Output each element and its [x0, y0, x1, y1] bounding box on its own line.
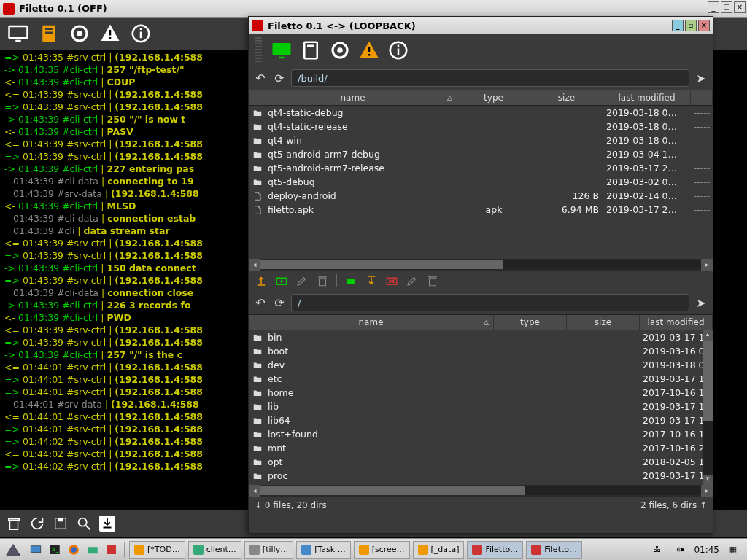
file-row[interactable]: dev2019-03-18 0	[249, 358, 713, 372]
minimize-button[interactable]: _	[672, 20, 684, 31]
task-button[interactable]: [_data]	[413, 541, 465, 559]
save-icon[interactable]	[53, 516, 69, 532]
task-button[interactable]: [Task …	[296, 541, 351, 559]
file-row[interactable]: lib2019-03-17 1	[249, 400, 713, 413]
monitor-icon[interactable]	[6, 21, 31, 46]
system-tray: 🖧 🕪 01:45 ▦	[643, 542, 747, 558]
server-icon[interactable]	[36, 21, 61, 46]
edit-icon[interactable]	[295, 274, 309, 287]
file-row[interactable]: lost+found2017-10-16 1	[249, 427, 713, 441]
file-row[interactable]: qt4-win2019-03-18 0…-----	[249, 133, 713, 147]
scroll-right-icon[interactable]: ▸	[701, 259, 713, 271]
column-extra[interactable]	[691, 90, 713, 105]
maximize-button[interactable]: ▫	[685, 20, 697, 31]
scroll-right-icon[interactable]: ▸	[701, 485, 713, 497]
drive-icon[interactable]	[344, 274, 357, 287]
local-hscrollbar[interactable]: ◂ ▸	[249, 485, 713, 497]
file-row[interactable]: qt5-android-arm7-debug2019-03-04 1…-----	[249, 147, 713, 161]
scroll-left-icon[interactable]: ◂	[249, 259, 260, 271]
desktop-close-button[interactable]: ×	[734, 1, 746, 13]
task-button[interactable]: Filetto…	[467, 541, 523, 559]
gear-icon[interactable]	[67, 21, 92, 46]
show-desktop-icon[interactable]	[28, 542, 44, 558]
file-row[interactable]: etc2019-03-17 1	[249, 372, 713, 386]
scroll-left-icon[interactable]: ◂	[249, 485, 260, 497]
file-row[interactable]: proc2019-03-17 1	[249, 469, 713, 483]
column-name[interactable]: name△	[249, 90, 457, 105]
file-row[interactable]: qt5-android-arm7-release2019-03-17 2…---…	[249, 161, 713, 175]
file-row[interactable]: opt2018-02-05 1	[249, 455, 713, 469]
file-row[interactable]: deploy-android126 B2019-02-14 0…-----	[249, 189, 713, 203]
start-button[interactable]	[3, 540, 23, 559]
search-icon[interactable]	[76, 516, 92, 532]
remote-file-list[interactable]: qt4-static-debug2019-03-18 0…-----qt4-st…	[249, 106, 713, 259]
delete2-icon[interactable]	[426, 274, 439, 287]
warning-icon[interactable]	[98, 21, 123, 46]
local-vscrollbar[interactable]: ▴▾	[703, 330, 713, 485]
clock[interactable]: 01:45	[694, 545, 719, 555]
edit2-icon[interactable]	[406, 274, 419, 287]
delete-icon[interactable]	[316, 274, 329, 287]
undo-icon[interactable]: ↶	[253, 295, 268, 310]
close-button[interactable]: ×	[698, 20, 710, 31]
task-button[interactable]: Filetto…	[526, 541, 582, 559]
file-row[interactable]: boot2019-03-16 0	[249, 344, 713, 358]
file-titlebar[interactable]: Filetto 0.1 <-> (LOOPBACK) _ ▫ ×	[249, 17, 713, 34]
file-row[interactable]: qt4-static-release2019-03-18 0…-----	[249, 120, 713, 133]
stop-icon[interactable]	[385, 274, 398, 287]
upload-icon[interactable]	[255, 274, 268, 287]
app-launcher-icon[interactable]	[104, 542, 120, 558]
gear-icon[interactable]	[328, 38, 352, 63]
column-modified[interactable]: last modified	[640, 315, 713, 330]
refresh-icon[interactable]: ⟳	[272, 295, 287, 310]
task-button[interactable]: [tilly…	[244, 541, 293, 559]
column-size[interactable]: size	[530, 90, 603, 105]
task-button[interactable]: client…	[188, 541, 241, 559]
trash-icon[interactable]	[6, 516, 22, 532]
tray-icon[interactable]: 🖧	[649, 542, 665, 558]
file-row[interactable]: lib642019-03-17 1	[249, 413, 713, 427]
local-file-list[interactable]: bin2019-03-17 1boot2019-03-16 0dev2019-0…	[249, 330, 713, 485]
reload-icon[interactable]	[29, 516, 45, 532]
download-icon[interactable]	[365, 274, 378, 287]
app-icon	[3, 3, 15, 15]
refresh-icon[interactable]: ⟳	[272, 71, 287, 85]
filemanager-icon[interactable]	[85, 542, 101, 558]
info-icon[interactable]	[386, 38, 411, 63]
tray-icon[interactable]: ▦	[725, 542, 741, 558]
column-size[interactable]: size	[567, 315, 640, 330]
log-titlebar[interactable]: Filetto 0.1 (OFF)	[0, 0, 747, 18]
info-icon[interactable]	[128, 21, 153, 46]
remote-hscrollbar[interactable]: ◂ ▸	[249, 259, 713, 271]
server-icon[interactable]	[298, 38, 323, 63]
firefox-icon[interactable]	[66, 542, 82, 558]
file-row[interactable]: qt4-static-debug2019-03-18 0…-----	[249, 106, 713, 120]
newfolder-icon[interactable]	[275, 274, 288, 287]
local-column-headers: name△ type size last modified	[249, 314, 713, 330]
file-row[interactable]: home2017-10-16 1	[249, 386, 713, 400]
download-icon[interactable]	[99, 516, 115, 532]
monitor-icon[interactable]	[269, 38, 294, 63]
send-icon[interactable]: ➤	[694, 71, 708, 85]
file-row[interactable]: qt5-debug2019-03-02 0…-----	[249, 175, 713, 189]
send-icon[interactable]: ➤	[694, 295, 708, 310]
column-type[interactable]: type	[457, 90, 530, 105]
task-button[interactable]: [scree…	[354, 541, 410, 559]
svg-rect-35	[88, 547, 98, 553]
task-button[interactable]: [*TOD…	[129, 541, 185, 559]
remote-path-input[interactable]	[291, 69, 689, 87]
column-modified[interactable]: last modified	[603, 90, 691, 105]
desktop-min-button[interactable]: _	[708, 1, 719, 13]
undo-icon[interactable]: ↶	[253, 71, 268, 85]
toolbar-grip[interactable]	[255, 37, 262, 63]
warning-icon[interactable]	[357, 38, 382, 63]
file-row[interactable]: mnt2017-10-16 2	[249, 441, 713, 455]
column-name[interactable]: name△	[249, 315, 494, 330]
terminal-icon[interactable]: >_	[47, 542, 63, 558]
column-type[interactable]: type	[494, 315, 567, 330]
local-path-input[interactable]	[291, 294, 689, 311]
file-row[interactable]: bin2019-03-17 1	[249, 330, 713, 344]
file-row[interactable]: filetto.apkapk6.94 MB2019-03-17 2…-----	[249, 203, 713, 217]
desktop-max-button[interactable]: □	[721, 1, 732, 13]
tray-icon[interactable]: 🕪	[672, 542, 688, 558]
